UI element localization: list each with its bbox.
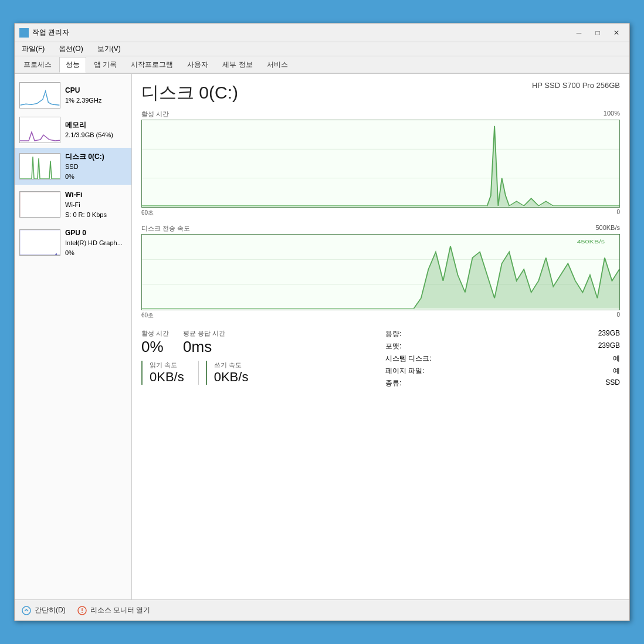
sidebar-item-cpu[interactable]: CPU 1% 2.39GHz	[15, 79, 131, 112]
tab-startup[interactable]: 시작프로그램	[124, 57, 179, 73]
stats-right: 용량: 239GB 포맷: 239GB 시스템 디스크: 예 페이지 파일: 예	[385, 329, 620, 388]
chart1-min: 0	[616, 209, 620, 217]
gpu-info: GPU 0 Intel(R) HD Graph... 0%	[65, 228, 123, 257]
avg-response-value: 0ms	[183, 338, 225, 356]
write-speed-label: 쓰기 속도	[214, 361, 249, 370]
window-controls: ─ □ ✕	[571, 27, 625, 39]
svg-rect-1	[25, 29, 28, 32]
avg-response-label: 평균 응답 시간	[183, 329, 225, 338]
chart2-time-row: 60초 0	[141, 311, 620, 320]
tab-processes[interactable]: 프로세스	[17, 57, 58, 73]
tab-users[interactable]: 사용자	[181, 57, 215, 73]
read-speed-value: 0KB/s	[150, 370, 184, 385]
cpu-thumbnail	[19, 82, 60, 109]
capacity-label: 용량:	[385, 329, 401, 339]
resource-monitor-button[interactable]: 리소스 모니터 열기	[77, 605, 151, 615]
wifi-thumbnail	[19, 191, 60, 218]
close-button[interactable]: ✕	[608, 27, 625, 39]
sidebar-item-gpu[interactable]: GPU 0 Intel(R) HD Graph... 0%	[15, 224, 131, 261]
footer: 간단히(D) 리소스 모니터 열기	[15, 599, 629, 621]
resource-monitor-label: 리소스 모니터 열기	[90, 605, 151, 615]
cpu-info: CPU 1% 2.39GHz	[65, 85, 101, 106]
system-disk-value: 예	[613, 354, 620, 364]
gpu-detail2: 0%	[65, 248, 123, 258]
format-value: 239GB	[598, 341, 620, 351]
tab-performance[interactable]: 성능	[59, 57, 86, 73]
menu-file[interactable]: 파일(F)	[19, 43, 47, 55]
active-time-chart	[141, 120, 620, 208]
write-speed-value: 0KB/s	[214, 370, 249, 385]
type-label: 종류:	[385, 378, 401, 388]
page-file-label: 페이지 파일:	[385, 366, 425, 376]
main-title: 디스크 0(C:)	[141, 81, 238, 105]
stats-area: 활성 시간 0% 평균 응답 시간 0ms 읽기 속도 0KB/s	[141, 329, 620, 388]
sidebar: CPU 1% 2.39GHz 메모리 2.1/3.9GB (54%)	[15, 74, 132, 599]
wifi-label: Wi-Fi	[65, 189, 107, 200]
active-time-label: 활성 시간	[141, 329, 169, 338]
gpu-label: GPU 0	[65, 228, 123, 238]
tab-services[interactable]: 서비스	[260, 57, 294, 73]
page-file-value: 예	[613, 366, 620, 376]
rw-row: 읽기 속도 0KB/s 쓰기 속도 0KB/s	[141, 361, 376, 385]
active-time-stat: 활성 시간 0%	[141, 329, 169, 356]
minimize-button[interactable]: ─	[571, 27, 587, 39]
transfer-speed-chart: 450KB/s	[141, 234, 620, 310]
device-name: HP SSD S700 Pro 256GB	[532, 81, 620, 90]
disk-thumbnail	[19, 153, 60, 179]
top-stats-row: 활성 시간 0% 평균 응답 시간 0ms	[141, 329, 376, 356]
wifi-detail1: Wi-Fi	[65, 200, 107, 210]
active-time-value: 0%	[141, 338, 169, 356]
memory-detail: 2.1/3.9GB (54%)	[65, 130, 113, 140]
simplify-label: 간단히(D)	[35, 605, 66, 615]
sidebar-item-disk[interactable]: 디스크 0(C:) SSD 0%	[15, 148, 131, 185]
disk-label: 디스크 0(C:)	[65, 151, 104, 162]
maximize-button[interactable]: □	[589, 27, 606, 39]
system-disk-label: 시스템 디스크:	[385, 354, 432, 364]
chart1-time: 60초	[141, 209, 154, 217]
memory-thumbnail	[19, 117, 60, 143]
chart1-label-row: 활성 시간 100%	[141, 110, 620, 118]
simplify-icon	[22, 606, 31, 615]
menu-view[interactable]: 보기(V)	[95, 43, 123, 55]
svg-text:450KB/s: 450KB/s	[577, 238, 605, 244]
wifi-info: Wi-Fi Wi-Fi S: 0 R: 0 Kbps	[65, 189, 107, 219]
content-area: CPU 1% 2.39GHz 메모리 2.1/3.9GB (54%)	[15, 74, 629, 599]
svg-rect-8	[20, 230, 60, 256]
capacity-value: 239GB	[598, 329, 620, 339]
stats-left: 활성 시간 0% 평균 응답 시간 0ms 읽기 속도 0KB/s	[141, 329, 376, 388]
format-row: 포맷: 239GB	[385, 341, 620, 351]
simplify-button[interactable]: 간단히(D)	[22, 605, 66, 615]
main-header: 디스크 0(C:) HP SSD S700 Pro 256GB	[141, 81, 620, 105]
sidebar-item-memory[interactable]: 메모리 2.1/3.9GB (54%)	[15, 113, 131, 147]
chart2-min: 0	[616, 311, 620, 320]
chart2-max: 500KB/s	[595, 224, 620, 233]
page-file-row: 페이지 파일: 예	[385, 366, 620, 376]
menu-options[interactable]: 옵션(O)	[56, 43, 85, 55]
memory-info: 메모리 2.1/3.9GB (54%)	[65, 120, 113, 140]
type-row: 종류: SSD	[385, 378, 620, 388]
chart2-label-row: 디스크 전송 속도 500KB/s	[141, 224, 620, 233]
tab-app-history[interactable]: 앱 기록	[87, 57, 123, 73]
disk-detail2: 0%	[65, 172, 104, 182]
cpu-label: CPU	[65, 85, 101, 96]
disk-detail1: SSD	[65, 162, 104, 172]
svg-rect-0	[20, 29, 23, 32]
svg-marker-11	[142, 126, 619, 207]
svg-rect-2	[20, 33, 23, 37]
svg-rect-3	[25, 33, 28, 37]
transfer-speed-section: 디스크 전송 속도 500KB/s 450KB/s	[141, 224, 620, 323]
tab-bar: 프로세스 성능 앱 기록 시작프로그램 사용자 세부 정보 서비스	[15, 56, 629, 74]
chart2-label: 디스크 전송 속도	[141, 224, 190, 233]
main-panel: 디스크 0(C:) HP SSD S700 Pro 256GB 활성 시간 10…	[132, 74, 629, 599]
avg-response-stat: 평균 응답 시간 0ms	[183, 329, 225, 356]
sidebar-item-wifi[interactable]: Wi-Fi Wi-Fi S: 0 R: 0 Kbps	[15, 186, 131, 223]
read-speed-label: 읽기 속도	[150, 361, 184, 370]
read-speed-block: 읽기 속도 0KB/s	[141, 361, 191, 385]
write-speed-block: 쓰기 속도 0KB/s	[206, 361, 256, 385]
task-manager-window: 작업 관리자 ─ □ ✕ 파일(F) 옵션(O) 보기(V) 프로세스 성능 앱…	[14, 23, 630, 621]
tab-details[interactable]: 세부 정보	[216, 57, 259, 73]
wifi-detail2: S: 0 R: 0 Kbps	[65, 210, 107, 220]
svg-point-16	[22, 606, 30, 615]
title-bar: 작업 관리자 ─ □ ✕	[15, 23, 629, 42]
app-icon	[19, 28, 29, 38]
